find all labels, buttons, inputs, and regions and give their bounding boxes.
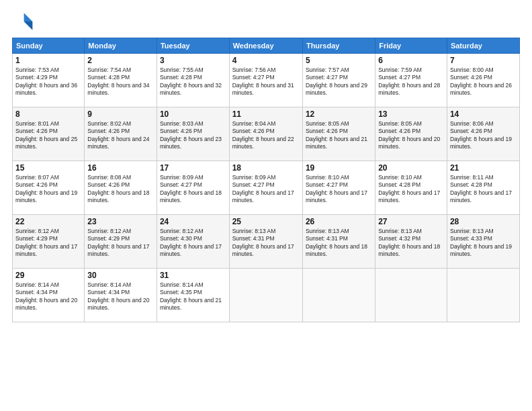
day-info: Sunrise: 8:09 AM Sunset: 4:27 PM Dayligh… bbox=[232, 174, 300, 205]
day-info: Sunrise: 8:13 AM Sunset: 4:32 PM Dayligh… bbox=[378, 228, 444, 259]
calendar-week-1: 1 Sunrise: 7:53 AM Sunset: 4:29 PM Dayli… bbox=[13, 54, 520, 107]
sunrise-label: Sunrise: 8:13 AM bbox=[306, 228, 349, 234]
calendar-week-3: 15 Sunrise: 8:07 AM Sunset: 4:26 PM Dayl… bbox=[13, 161, 520, 215]
day-info: Sunrise: 8:14 AM Sunset: 4:34 PM Dayligh… bbox=[87, 281, 154, 312]
calendar-cell: 26 Sunrise: 8:13 AM Sunset: 4:31 PM Dayl… bbox=[302, 215, 375, 269]
day-info: Sunrise: 8:12 AM Sunset: 4:29 PM Dayligh… bbox=[15, 228, 81, 259]
daylight-label: Daylight: 8 hours and 25 minutes. bbox=[15, 136, 77, 150]
calendar-cell bbox=[375, 269, 447, 322]
calendar-cell: 29 Sunrise: 8:14 AM Sunset: 4:34 PM Dayl… bbox=[13, 269, 85, 322]
calendar-cell: 9 Sunrise: 8:02 AM Sunset: 4:26 PM Dayli… bbox=[85, 107, 157, 161]
calendar-table: SundayMondayTuesdayWednesdayThursdayFrid… bbox=[12, 38, 520, 322]
day-number: 31 bbox=[160, 271, 226, 280]
day-number: 1 bbox=[15, 56, 81, 65]
sunrise-label: Sunrise: 8:07 AM bbox=[15, 174, 59, 181]
daylight-label: Daylight: 8 hours and 19 minutes. bbox=[450, 136, 512, 150]
sunrise-label: Sunrise: 8:04 AM bbox=[232, 120, 276, 127]
day-number: 27 bbox=[378, 217, 444, 226]
daylight-label: Daylight: 8 hours and 17 minutes. bbox=[160, 243, 222, 257]
sunset-label: Sunset: 4:33 PM bbox=[450, 235, 492, 242]
calendar-cell: 7 Sunrise: 8:00 AM Sunset: 4:26 PM Dayli… bbox=[447, 54, 519, 107]
calendar-cell: 6 Sunrise: 7:59 AM Sunset: 4:27 PM Dayli… bbox=[375, 54, 447, 107]
calendar-cell: 11 Sunrise: 8:04 AM Sunset: 4:26 PM Dayl… bbox=[229, 107, 302, 161]
day-info: Sunrise: 7:54 AM Sunset: 4:28 PM Dayligh… bbox=[87, 66, 154, 97]
calendar-cell: 23 Sunrise: 8:12 AM Sunset: 4:29 PM Dayl… bbox=[85, 215, 157, 269]
daylight-label: Daylight: 8 hours and 29 minutes. bbox=[306, 82, 367, 96]
sunset-label: Sunset: 4:26 PM bbox=[306, 128, 348, 134]
day-number: 29 bbox=[15, 271, 81, 280]
day-number: 25 bbox=[232, 217, 300, 226]
sunrise-label: Sunrise: 8:12 AM bbox=[87, 228, 131, 234]
day-header-friday: Friday bbox=[375, 38, 447, 54]
day-number: 12 bbox=[306, 109, 372, 119]
day-number: 20 bbox=[378, 163, 444, 173]
sunrise-label: Sunrise: 8:00 AM bbox=[450, 66, 494, 73]
day-number: 21 bbox=[450, 163, 517, 173]
calendar-cell bbox=[229, 269, 302, 322]
sunrise-label: Sunrise: 7:56 AM bbox=[232, 66, 276, 73]
sunrise-label: Sunrise: 8:06 AM bbox=[450, 120, 494, 127]
sunset-label: Sunset: 4:31 PM bbox=[232, 235, 275, 242]
sunrise-label: Sunrise: 8:10 AM bbox=[306, 174, 349, 181]
day-number: 8 bbox=[15, 109, 81, 119]
sunset-label: Sunset: 4:27 PM bbox=[232, 181, 275, 188]
sunset-label: Sunset: 4:28 PM bbox=[378, 181, 420, 188]
sunrise-label: Sunrise: 8:14 AM bbox=[15, 281, 59, 288]
day-info: Sunrise: 7:53 AM Sunset: 4:29 PM Dayligh… bbox=[15, 66, 81, 97]
day-number: 13 bbox=[378, 109, 444, 119]
day-info: Sunrise: 8:14 AM Sunset: 4:34 PM Dayligh… bbox=[15, 281, 81, 312]
daylight-label: Daylight: 8 hours and 22 minutes. bbox=[232, 136, 294, 150]
daylight-label: Daylight: 8 hours and 17 minutes. bbox=[232, 243, 294, 257]
sunrise-label: Sunrise: 8:13 AM bbox=[450, 228, 494, 234]
daylight-label: Daylight: 8 hours and 18 minutes. bbox=[306, 243, 367, 257]
day-info: Sunrise: 8:01 AM Sunset: 4:26 PM Dayligh… bbox=[15, 120, 81, 151]
day-info: Sunrise: 8:13 AM Sunset: 4:31 PM Dayligh… bbox=[306, 228, 372, 259]
sunset-label: Sunset: 4:26 PM bbox=[15, 128, 58, 134]
day-info: Sunrise: 8:12 AM Sunset: 4:30 PM Dayligh… bbox=[160, 228, 226, 259]
daylight-label: Daylight: 8 hours and 20 minutes. bbox=[15, 297, 77, 311]
day-number: 15 bbox=[15, 163, 81, 173]
day-number: 18 bbox=[232, 163, 300, 173]
daylight-label: Daylight: 8 hours and 24 minutes. bbox=[87, 136, 149, 150]
calendar-cell: 4 Sunrise: 7:56 AM Sunset: 4:27 PM Dayli… bbox=[229, 54, 302, 107]
daylight-label: Daylight: 8 hours and 17 minutes. bbox=[306, 189, 367, 203]
day-number: 5 bbox=[306, 56, 372, 65]
calendar-cell: 3 Sunrise: 7:55 AM Sunset: 4:28 PM Dayli… bbox=[157, 54, 229, 107]
daylight-label: Daylight: 8 hours and 20 minutes. bbox=[378, 136, 440, 150]
day-number: 24 bbox=[160, 217, 226, 226]
daylight-label: Daylight: 8 hours and 17 minutes. bbox=[378, 189, 440, 203]
sunrise-label: Sunrise: 8:09 AM bbox=[160, 174, 204, 181]
daylight-label: Daylight: 8 hours and 17 minutes. bbox=[450, 189, 512, 203]
sunset-label: Sunset: 4:27 PM bbox=[378, 74, 420, 81]
day-number: 30 bbox=[87, 271, 154, 280]
daylight-label: Daylight: 8 hours and 23 minutes. bbox=[160, 136, 222, 150]
daylight-label: Daylight: 8 hours and 26 minutes. bbox=[450, 82, 512, 96]
calendar-cell: 1 Sunrise: 7:53 AM Sunset: 4:29 PM Dayli… bbox=[13, 54, 85, 107]
day-number: 14 bbox=[450, 109, 517, 119]
calendar-cell bbox=[447, 269, 519, 322]
sunset-label: Sunset: 4:30 PM bbox=[160, 235, 202, 242]
calendar-cell: 30 Sunrise: 8:14 AM Sunset: 4:34 PM Dayl… bbox=[85, 269, 157, 322]
daylight-label: Daylight: 8 hours and 17 minutes. bbox=[232, 189, 294, 203]
daylight-label: Daylight: 8 hours and 17 minutes. bbox=[15, 243, 77, 257]
day-info: Sunrise: 7:55 AM Sunset: 4:28 PM Dayligh… bbox=[160, 66, 226, 97]
day-info: Sunrise: 8:00 AM Sunset: 4:26 PM Dayligh… bbox=[450, 66, 517, 97]
day-number: 7 bbox=[450, 56, 517, 65]
sunset-label: Sunset: 4:27 PM bbox=[306, 181, 348, 188]
sunset-label: Sunset: 4:26 PM bbox=[232, 128, 275, 134]
calendar-cell: 5 Sunrise: 7:57 AM Sunset: 4:27 PM Dayli… bbox=[302, 54, 375, 107]
calendar-cell: 15 Sunrise: 8:07 AM Sunset: 4:26 PM Dayl… bbox=[13, 161, 85, 215]
sunset-label: Sunset: 4:28 PM bbox=[160, 74, 202, 81]
sunrise-label: Sunrise: 8:01 AM bbox=[15, 120, 59, 127]
daylight-label: Daylight: 8 hours and 20 minutes. bbox=[87, 297, 149, 311]
sunset-label: Sunset: 4:26 PM bbox=[160, 128, 202, 134]
day-info: Sunrise: 8:04 AM Sunset: 4:26 PM Dayligh… bbox=[232, 120, 300, 151]
sunset-label: Sunset: 4:26 PM bbox=[450, 74, 492, 81]
calendar-cell bbox=[302, 269, 375, 322]
day-info: Sunrise: 8:05 AM Sunset: 4:26 PM Dayligh… bbox=[378, 120, 444, 151]
sunrise-label: Sunrise: 8:10 AM bbox=[378, 174, 422, 181]
sunset-label: Sunset: 4:32 PM bbox=[378, 235, 420, 242]
calendar-cell: 22 Sunrise: 8:12 AM Sunset: 4:29 PM Dayl… bbox=[13, 215, 85, 269]
sunrise-label: Sunrise: 8:12 AM bbox=[15, 228, 59, 234]
day-info: Sunrise: 7:59 AM Sunset: 4:27 PM Dayligh… bbox=[378, 66, 444, 97]
